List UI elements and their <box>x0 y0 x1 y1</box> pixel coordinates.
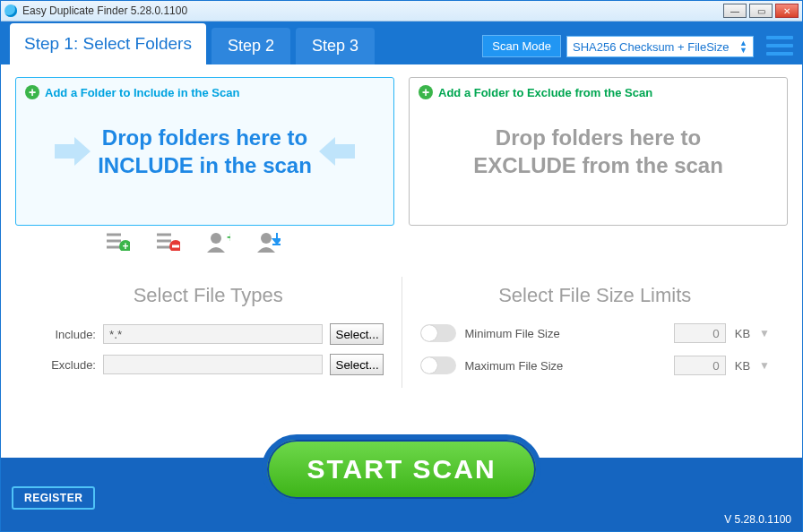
add-include-folder-link[interactable]: + Add a Folder to Include in the Scan <box>25 85 384 99</box>
minimize-button[interactable]: — <box>723 4 747 18</box>
svg-text:+: + <box>122 240 128 251</box>
spinner-icon: ▲▼ <box>739 39 747 54</box>
title-bar: Easy Duplicate Finder 5.28.0.1100 — ▭ ✕ <box>1 1 802 21</box>
svg-point-14 <box>261 233 272 244</box>
exclude-types-select-button[interactable]: Select... <box>330 354 384 375</box>
window-title: Easy Duplicate Finder 5.28.0.1100 <box>22 4 723 17</box>
app-window: Easy Duplicate Finder 5.28.0.1100 — ▭ ✕ … <box>0 0 803 532</box>
add-exclude-label: Add a Folder to Exclude from the Scan <box>438 86 652 99</box>
drop-zones: + Add a Folder to Include in the Scan Dr… <box>15 77 788 226</box>
max-size-unit: KB <box>735 359 750 373</box>
max-size-toggle[interactable] <box>420 356 456 374</box>
close-button[interactable]: ✕ <box>775 4 799 18</box>
svg-marker-0 <box>55 137 91 166</box>
min-size-row: Minimum File Size KB ▼ <box>420 323 771 343</box>
exclude-dropzone[interactable]: + Add a Folder to Exclude from the Scan … <box>409 77 788 226</box>
tab-bar: Step 1: Select Folders Step 2 Step 3 Sca… <box>1 21 802 64</box>
plus-icon: + <box>419 85 433 99</box>
add-user-icon[interactable]: + <box>205 231 230 255</box>
include-drop-hint: Drop folders here toINCLUDE in the scan <box>25 107 384 196</box>
remove-list-icon[interactable] <box>155 231 180 255</box>
menu-button[interactable] <box>766 32 793 59</box>
add-include-label: Add a Folder to Include in the Scan <box>45 86 239 99</box>
svg-point-12 <box>211 233 221 244</box>
min-size-label: Minimum File Size <box>465 327 665 340</box>
scan-mode-value: SHA256 Checksum + FileSize <box>573 40 730 54</box>
window-controls: — ▭ ✕ <box>723 4 799 18</box>
scan-mode-label: Scan Mode <box>482 35 561 57</box>
footer-bar: REGISTER START SCAN V 5.28.0.1100 <box>1 458 802 531</box>
app-logo-icon <box>4 4 17 17</box>
file-size-title: Select File Size Limits <box>420 284 771 307</box>
include-types-select-button[interactable]: Select... <box>330 323 384 345</box>
options-row: Select File Types Include: Select... Exc… <box>15 277 788 388</box>
start-scan-button[interactable]: START SCAN <box>262 434 541 504</box>
folder-list-toolbar: + + <box>15 226 788 264</box>
exclude-drop-hint: Drop folders here toEXCLUDE from the sca… <box>419 107 778 196</box>
exclude-types-label: Exclude: <box>33 358 96 372</box>
file-types-section: Select File Types Include: Select... Exc… <box>15 277 402 388</box>
tab-step3[interactable]: Step 3 <box>296 28 375 64</box>
version-label: V 5.28.0.1100 <box>724 513 791 526</box>
tab-step2[interactable]: Step 2 <box>212 28 290 64</box>
add-exclude-folder-link[interactable]: + Add a Folder to Exclude from the Scan <box>419 85 778 99</box>
chevron-down-icon[interactable]: ▼ <box>759 359 770 372</box>
arrow-left-icon <box>319 137 355 166</box>
maximize-button[interactable]: ▭ <box>749 4 773 18</box>
exclude-types-row: Exclude: Select... <box>33 354 384 375</box>
svg-text:+: + <box>227 231 230 245</box>
min-size-unit: KB <box>735 327 750 340</box>
tab-step1[interactable]: Step 1: Select Folders <box>10 23 206 64</box>
max-size-input[interactable] <box>674 356 726 375</box>
add-list-icon[interactable]: + <box>105 231 130 255</box>
include-dropzone[interactable]: + Add a Folder to Include in the Scan Dr… <box>15 77 394 226</box>
import-user-icon[interactable] <box>255 231 281 255</box>
svg-marker-16 <box>273 239 281 244</box>
main-panel: + Add a Folder to Include in the Scan Dr… <box>1 64 802 458</box>
min-size-toggle[interactable] <box>420 324 456 342</box>
plus-icon: + <box>25 85 39 99</box>
arrow-right-icon <box>55 137 91 166</box>
max-size-row: Maximum File Size KB ▼ <box>420 356 771 375</box>
file-size-section: Select File Size Limits Minimum File Siz… <box>402 277 789 388</box>
include-types-input[interactable] <box>103 324 323 344</box>
exclude-types-input[interactable] <box>103 355 323 374</box>
scan-mode-select[interactable]: SHA256 Checksum + FileSize ▲▼ <box>566 36 754 57</box>
include-types-row: Include: Select... <box>33 323 384 345</box>
svg-marker-1 <box>319 137 355 166</box>
file-types-title: Select File Types <box>33 284 384 307</box>
max-size-label: Maximum File Size <box>465 359 665 373</box>
chevron-down-icon[interactable]: ▼ <box>759 327 770 339</box>
min-size-input[interactable] <box>674 323 726 343</box>
register-button[interactable]: REGISTER <box>12 486 95 510</box>
include-types-label: Include: <box>33 328 96 341</box>
svg-rect-11 <box>172 245 179 248</box>
